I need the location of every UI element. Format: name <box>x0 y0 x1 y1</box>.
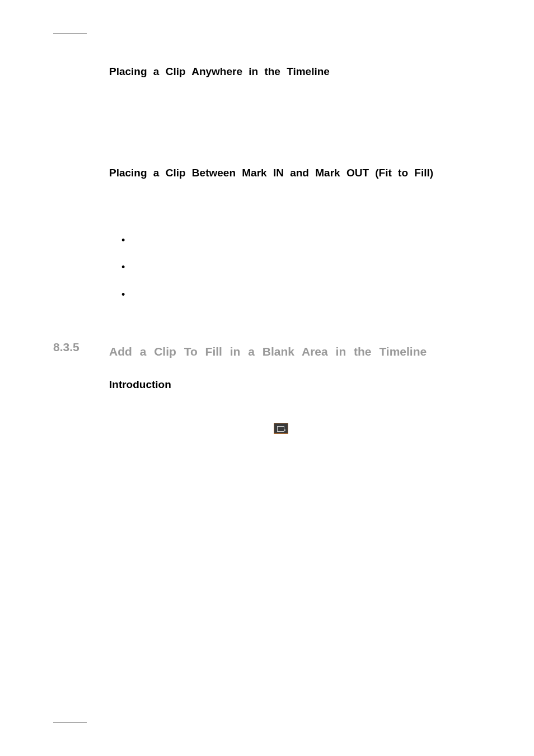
icon-para-before: In the Timeline toolbar click the Fill G… <box>109 423 272 432</box>
list-item: If the clip is shorter than the marked r… <box>126 232 475 247</box>
footer-rule <box>53 722 87 722</box>
icon-paragraph: In the Timeline toolbar click the Fill G… <box>109 419 475 454</box>
body-placing-anywhere: While dragging, press and hold A to supp… <box>109 89 475 119</box>
fit-to-fill-bullets: If the clip is shorter than the marked r… <box>109 232 475 301</box>
list-item: If the clip duration equals the marked r… <box>126 286 475 301</box>
header-rule <box>53 34 87 34</box>
fill-gap-icon[interactable] <box>274 423 288 434</box>
sub-heading-introduction: Introduction <box>109 379 475 391</box>
heading-placing-anywhere: Placing a Clip Anywhere in the Timeline <box>109 62 475 81</box>
section-number: 8.3.5 <box>53 340 109 363</box>
intro-fill-blank: Open the Source Viewer and load the clip… <box>109 399 475 414</box>
section-title: Add a Clip To Fill in a Blank Area in th… <box>109 340 427 363</box>
intro-fit-to-fill: When a mark IN and a mark OUT point are … <box>109 191 475 221</box>
section-heading-row: 8.3.5 Add a Clip To Fill in a Blank Area… <box>53 340 481 363</box>
list-item: If the clip is longer than the marked ra… <box>126 259 475 274</box>
heading-fit-to-fill: Placing a Clip Between Mark IN and Mark … <box>109 164 475 183</box>
